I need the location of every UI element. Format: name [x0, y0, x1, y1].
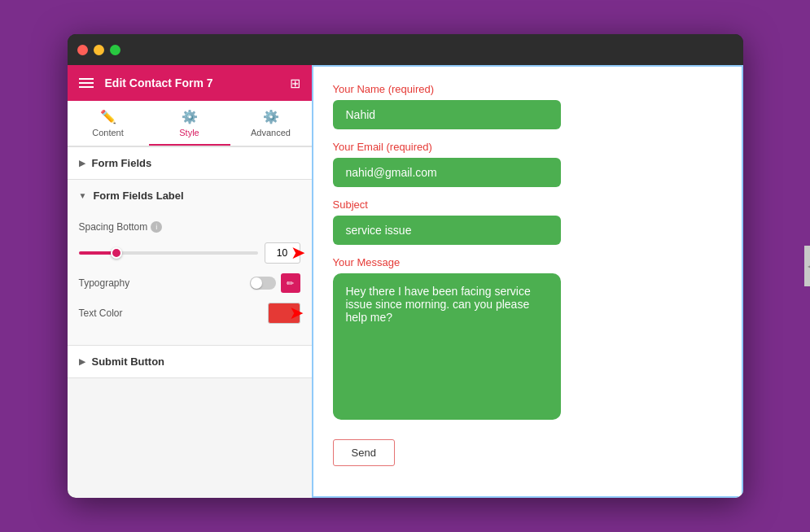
accordion-submit-button: ▶ Submit Button: [68, 346, 312, 378]
tab-style-label: Style: [179, 128, 199, 137]
pencil-icon: ✏: [287, 278, 294, 289]
submit-button-label: Submit Button: [92, 355, 165, 368]
form-name-section: Your Name (required) Nahid: [333, 83, 722, 129]
email-label: Your Email (required): [333, 141, 722, 153]
spacing-bottom-slider-container: [79, 242, 300, 264]
name-label: Your Name (required): [333, 83, 722, 95]
close-button[interactable]: [77, 45, 88, 55]
name-input[interactable]: Nahid: [333, 100, 561, 129]
accordion-form-fields-label: ▼ Form Fields Label Spacing Bottom i: [68, 180, 312, 346]
form-fields-header[interactable]: ▶ Form Fields: [68, 147, 312, 179]
text-color-swatch[interactable]: [268, 303, 300, 324]
message-textarea[interactable]: Hey there I have been facing service iss…: [333, 273, 561, 420]
spacing-bottom-label: Spacing Bottom: [79, 221, 148, 233]
text-color-label: Text Color: [79, 307, 261, 319]
spacing-bottom-info-icon: i: [151, 221, 162, 233]
text-color-row: Text Color ➤: [79, 303, 300, 324]
spacing-bottom-control-row: ➤: [79, 242, 300, 264]
sidebar: Edit Contact Form 7 ⊞ ✏️ Content ⚙️ Styl…: [68, 65, 312, 498]
accordion-form-fields: ▶ Form Fields: [68, 147, 312, 180]
typography-label: Typography: [79, 277, 243, 289]
spacing-bottom-input[interactable]: [265, 242, 300, 264]
spacing-bottom-slider-fill: [79, 251, 115, 255]
sidebar-tabs: ✏️ Content ⚙️ Style ⚙️ Advanced: [68, 101, 312, 147]
spacing-bottom-row: Spacing Bottom i: [79, 221, 300, 233]
typography-toggle-thumb: [251, 277, 262, 289]
titlebar: [68, 34, 743, 65]
tab-content[interactable]: ✏️ Content: [68, 101, 149, 146]
app-window: Edit Contact Form 7 ⊞ ✏️ Content ⚙️ Styl…: [68, 34, 743, 498]
tab-content-label: Content: [92, 128, 124, 137]
content-tab-icon: ✏️: [100, 109, 116, 124]
subject-input[interactable]: service issue: [333, 216, 561, 245]
form-message-section: Your Message Hey there I have been facin…: [333, 256, 722, 420]
spacing-bottom-slider-track[interactable]: [79, 251, 258, 255]
grid-icon[interactable]: ⊞: [290, 76, 300, 91]
sidebar-header: Edit Contact Form 7 ⊞: [68, 65, 312, 101]
form-fields-label-body: Spacing Bottom i: [68, 211, 312, 345]
minimize-button[interactable]: [94, 45, 104, 55]
hamburger-icon[interactable]: [79, 78, 94, 88]
form-fields-label-arrow: ▼: [79, 191, 87, 200]
message-label: Your Message: [333, 256, 722, 268]
sidebar-title: Edit Contact Form 7: [105, 76, 278, 89]
typography-toggle[interactable]: [250, 277, 276, 290]
form-fields-arrow: ▶: [79, 159, 85, 168]
advanced-tab-icon: ⚙️: [263, 109, 279, 124]
tab-advanced-label: Advanced: [251, 128, 291, 137]
maximize-button[interactable]: [110, 45, 120, 55]
spacing-bottom-label-wrapper: Spacing Bottom i: [79, 221, 300, 233]
sidebar-content: ▶ Form Fields ▼ Form Fields Label: [68, 147, 312, 498]
subject-label: Subject: [333, 198, 722, 211]
form-fields-label-text: Form Fields Label: [93, 190, 183, 202]
form-email-section: Your Email (required) nahid@gmail.com: [333, 141, 722, 187]
spacing-bottom-slider-thumb[interactable]: [111, 247, 122, 259]
submit-button-header[interactable]: ▶ Submit Button: [68, 346, 312, 377]
typography-toggle-container: ✏: [250, 273, 300, 293]
typography-row: Typography ✏: [79, 273, 300, 293]
typography-edit-button[interactable]: ✏: [281, 273, 300, 293]
style-tab-icon: ⚙️: [182, 109, 198, 124]
send-button[interactable]: Send: [333, 439, 395, 466]
main-content: Your Name (required) Nahid Your Email (r…: [312, 65, 743, 498]
email-input[interactable]: nahid@gmail.com: [333, 158, 561, 187]
form-fields-label-header[interactable]: ▼ Form Fields Label: [68, 180, 312, 211]
tab-advanced[interactable]: ⚙️ Advanced: [230, 101, 312, 146]
submit-button-arrow: ▶: [79, 357, 85, 366]
form-subject-section: Subject service issue: [333, 198, 722, 245]
form-fields-label: Form Fields: [92, 157, 152, 169]
window-body: Edit Contact Form 7 ⊞ ✏️ Content ⚙️ Styl…: [68, 65, 743, 498]
tab-style[interactable]: ⚙️ Style: [149, 101, 230, 146]
